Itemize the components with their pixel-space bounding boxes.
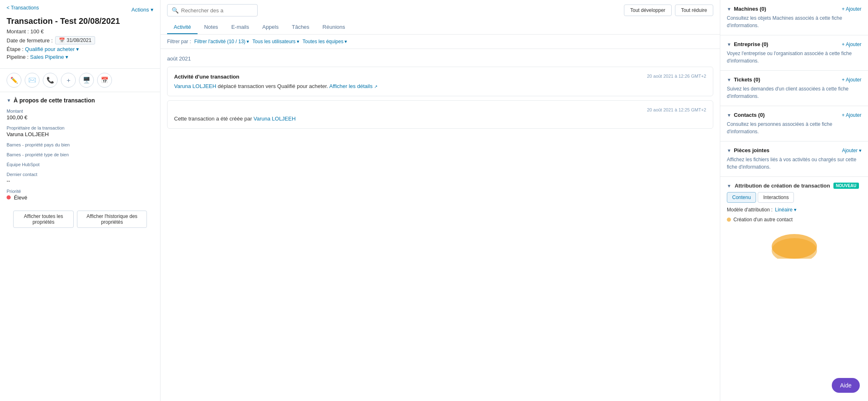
activity-card-header-2: 20 août 2021 à 12:25 GMT+2 <box>174 107 706 112</box>
pipeline-link[interactable]: Sales Pipeline ▾ <box>30 54 68 60</box>
expand-all-button[interactable]: Tout développer <box>624 5 671 16</box>
center-panel: 🔍 Tout développer Tout réduire Activité … <box>161 0 720 401</box>
center-header: 🔍 Tout développer Tout réduire Activité … <box>161 0 720 35</box>
chevron-icon: ▼ <box>7 98 11 103</box>
attribution-title-wrap: ▼ Attribution de création de transaction… <box>727 183 859 189</box>
left-panel: < Transactions Actions ▾ Transaction - T… <box>0 0 161 401</box>
date-badge[interactable]: 📅 31/08/2021 <box>55 36 95 44</box>
contact-dot <box>727 218 731 222</box>
collapse-all-button[interactable]: Tout réduire <box>675 5 713 16</box>
activity-card-title: Activité d'une transaction <box>174 74 239 80</box>
edit-icon-btn[interactable]: ✏️ <box>7 73 21 88</box>
chevron-icon: ▼ <box>727 7 731 12</box>
prop-owner: Propriétaire de la transaction Varuna LO… <box>7 125 154 137</box>
attr-tab-interactions[interactable]: Interactions <box>758 192 794 203</box>
prop-type: Barnes - propriété type de bien <box>7 152 154 157</box>
call-icon-btn[interactable]: 📞 <box>43 73 58 88</box>
actions-button[interactable]: Actions ▾ <box>131 7 154 13</box>
calendar-icon-btn[interactable]: 📅 <box>97 73 112 88</box>
tab-emails[interactable]: E-mails <box>225 21 256 34</box>
tickets-section: ▼ Tickets (0) + Ajouter Suivez les deman… <box>720 71 868 106</box>
attr-tab-contenu[interactable]: Contenu <box>727 192 756 203</box>
activity-card-header: Activité d'une transaction 20 août 2021 … <box>174 74 706 80</box>
right-panel: ▼ Machines (0) + Ajouter Consultez les o… <box>720 0 868 401</box>
filter-activity-link[interactable]: Filtrer l'activité (10 / 13) ▾ <box>194 39 249 44</box>
show-history-button[interactable]: Afficher l'historique des propriétés <box>77 211 147 228</box>
external-link-icon: ↗ <box>374 84 377 89</box>
lineaire-link[interactable]: Linéaire ▾ <box>775 207 796 213</box>
nouveau-badge: NOUVEAU <box>833 183 859 189</box>
show-all-props-button[interactable]: Afficher toutes les propriétés <box>13 211 74 228</box>
chevron-icon: ▼ <box>727 113 731 118</box>
filter-users-link[interactable]: Tous les utilisateurs ▾ <box>252 39 299 44</box>
tab-taches[interactable]: Tâches <box>285 21 316 34</box>
tab-reunions[interactable]: Réunions <box>316 21 352 34</box>
search-icon: 🔍 <box>172 7 179 14</box>
activity-card-2: 20 août 2021 à 12:25 GMT+2 Cette transac… <box>167 100 713 129</box>
chevron-icon: ▼ <box>727 42 731 47</box>
search-input[interactable] <box>181 7 247 14</box>
tab-activite[interactable]: Activité <box>167 21 198 34</box>
section-title: ▼ À propos de cette transaction <box>7 97 154 104</box>
transaction-amount: Montant : 100 € <box>7 28 154 35</box>
header-top: < Transactions Actions ▾ <box>7 5 154 14</box>
tab-appels[interactable]: Appels <box>256 21 285 34</box>
machines-header: ▼ Machines (0) + Ajouter <box>727 6 861 12</box>
chevron-icon: ▼ <box>727 183 731 188</box>
filter-teams-link[interactable]: Toutes les équipes ▾ <box>303 39 347 44</box>
afficher-details-link[interactable]: Afficher les détails <box>329 83 372 89</box>
machines-section: ▼ Machines (0) + Ajouter Consultez les o… <box>720 0 868 35</box>
pieces-section: ▼ Pièces jointes Ajouter ▾ Affichez les … <box>720 141 868 177</box>
properties-section: ▼ À propos de cette transaction Montant … <box>0 92 160 238</box>
tickets-header: ▼ Tickets (0) + Ajouter <box>727 76 861 83</box>
tickets-desc: Suivez les demandes d'un client associée… <box>727 85 861 100</box>
contacts-add-link[interactable]: + Ajouter <box>842 112 861 118</box>
entreprise-title: ▼ Entreprise (0) <box>727 41 768 47</box>
pieces-desc: Affichez les fichiers liés à vos activit… <box>727 156 861 171</box>
activity-card-body: Varuna LOLJEEH déplacé transaction vers … <box>174 83 706 89</box>
entreprise-section: ▼ Entreprise (0) + Ajouter Voyez l'entre… <box>720 35 868 71</box>
svg-point-1 <box>772 234 817 259</box>
pieces-add-link[interactable]: Ajouter ▾ <box>842 148 861 153</box>
varuna-link-2[interactable]: Varuna LOLJEEH <box>254 116 296 122</box>
prop-priorite: Priorité Élevé <box>7 189 154 201</box>
activity-tabs: Activité Notes E-mails Appels Tâches Réu… <box>167 21 713 34</box>
contacts-section: ▼ Contacts (0) + Ajouter Consultez les p… <box>720 106 868 141</box>
aide-button[interactable]: Aide <box>832 378 860 393</box>
tab-notes[interactable]: Notes <box>198 21 225 34</box>
bottom-buttons: Afficher toutes les propriétés Afficher … <box>7 206 154 233</box>
back-link[interactable]: < Transactions <box>7 5 39 11</box>
prop-montant: Montant 100,00 € <box>7 109 154 121</box>
search-box[interactable]: 🔍 <box>167 4 258 16</box>
tickets-add-link[interactable]: + Ajouter <box>842 77 861 83</box>
entreprise-add-link[interactable]: + Ajouter <box>842 42 861 47</box>
etape-link[interactable]: Qualifié pour acheter ▾ <box>25 46 79 52</box>
priority-dot <box>7 195 11 199</box>
machines-desc: Consultez les objets Machines associés à… <box>727 14 861 29</box>
attribution-section: ▼ Attribution de création de transaction… <box>720 177 868 264</box>
task-icon-btn[interactable]: 🖥️ <box>79 73 94 88</box>
prop-dernier-contact: Dernier contact -- <box>7 172 154 184</box>
expand-buttons: Tout développer Tout réduire <box>624 5 713 16</box>
machines-title: ▼ Machines (0) <box>727 6 766 12</box>
activity-feed: août 2021 Activité d'une transaction 20 … <box>161 49 720 401</box>
search-row: 🔍 Tout développer Tout réduire <box>167 4 713 16</box>
pie-chart <box>770 226 819 259</box>
email-icon-btn[interactable]: ✉️ <box>25 73 40 88</box>
activity-card-time-2: 20 août 2021 à 12:25 GMT+2 <box>647 107 706 112</box>
transaction-pipeline: Pipeline : Sales Pipeline ▾ <box>7 54 154 60</box>
tickets-title: ▼ Tickets (0) <box>727 76 760 83</box>
machines-add-link[interactable]: + Ajouter <box>842 6 861 12</box>
add-icon-btn[interactable]: ＋ <box>61 73 76 88</box>
transaction-title: Transaction - Test 20/08/2021 <box>7 16 154 26</box>
month-label: août 2021 <box>167 56 713 62</box>
filter-bar: Filtrer par : Filtrer l'activité (10 / 1… <box>161 35 720 49</box>
pieces-header: ▼ Pièces jointes Ajouter ▾ <box>727 147 861 153</box>
chevron-icon: ▼ <box>727 77 731 82</box>
varuna-link-1[interactable]: Varuna LOLJEEH <box>174 83 216 89</box>
contacts-header: ▼ Contacts (0) + Ajouter <box>727 112 861 118</box>
attribution-header: ▼ Attribution de création de transaction… <box>727 183 861 189</box>
attribution-tabs: Contenu Interactions <box>727 192 861 203</box>
chevron-icon: ▼ <box>727 148 731 153</box>
pieces-title: ▼ Pièces jointes <box>727 147 770 153</box>
